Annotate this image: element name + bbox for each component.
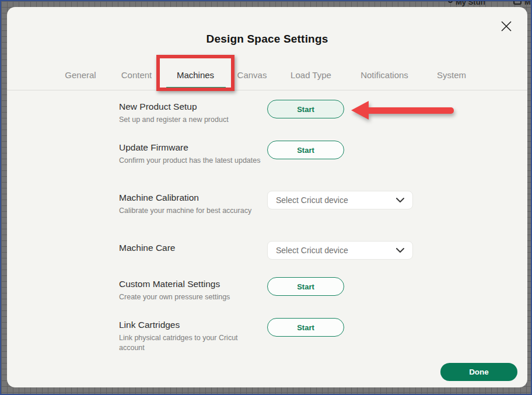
tab-content[interactable]: Content xyxy=(121,70,152,80)
app-window: My Stuff Ma Design Space Settings Genera… xyxy=(0,0,532,395)
row-subtitle: Create your own pressure settings xyxy=(119,292,264,302)
new-product-setup-start-button[interactable]: Start xyxy=(267,100,344,118)
update-firmware-start-button[interactable]: Start xyxy=(267,141,344,159)
tab-load-type[interactable]: Load Type xyxy=(290,70,331,80)
row-title: Machine Calibration xyxy=(119,193,264,203)
machine-calibration-device-select[interactable]: Select Cricut device xyxy=(267,191,413,209)
projects-icon xyxy=(513,1,522,5)
select-value: Select Cricut device xyxy=(276,246,396,255)
clipped-header-item: Ma xyxy=(513,1,532,6)
dimmed-backdrop-header: My Stuff Ma xyxy=(1,1,532,7)
modal-title: Design Space Settings xyxy=(7,33,527,46)
active-tab-underline xyxy=(166,87,226,89)
my-stuff-header-item: My Stuff xyxy=(448,1,485,6)
row-title: New Product Setup xyxy=(119,102,264,112)
custom-material-settings-start-button[interactable]: Start xyxy=(267,277,344,296)
tabs-divider xyxy=(7,90,527,90)
my-stuff-label: My Stuff xyxy=(456,1,485,6)
tab-system[interactable]: System xyxy=(437,70,466,80)
row-subtitle: Confirm your product has the latest upda… xyxy=(119,156,264,166)
chevron-down-icon xyxy=(396,248,404,253)
machine-care-device-select[interactable]: Select Cricut device xyxy=(267,241,413,260)
row-title: Link Cartridges xyxy=(119,320,264,330)
select-value: Select Cricut device xyxy=(276,195,396,205)
clipped-header-label: Ma xyxy=(524,1,532,6)
tab-canvas[interactable]: Canvas xyxy=(237,70,267,80)
close-button[interactable] xyxy=(499,20,513,34)
row-subtitle: Set up and register a new product xyxy=(119,115,264,125)
row-subtitle: Calibrate your machine for best accuracy xyxy=(119,206,264,216)
chevron-down-icon xyxy=(396,198,404,203)
row-title: Custom Material Settings xyxy=(119,279,264,289)
settings-tab-bar: General Content Machines Canvas Load Typ… xyxy=(7,70,527,85)
row-title: Machine Care xyxy=(119,243,264,253)
link-cartridges-start-button[interactable]: Start xyxy=(267,318,344,337)
tab-machines[interactable]: Machines xyxy=(177,70,214,80)
tab-general[interactable]: General xyxy=(65,70,96,80)
row-subtitle: Link physical catridges to your Cricut a… xyxy=(119,333,264,352)
design-space-settings-modal: Design Space Settings General Content Ma… xyxy=(7,7,527,387)
row-title: Update Firmware xyxy=(119,142,264,153)
profile-icon xyxy=(448,1,453,3)
done-button[interactable]: Done xyxy=(440,363,517,381)
close-icon xyxy=(501,25,512,34)
tab-notifications[interactable]: Notifications xyxy=(360,70,408,80)
